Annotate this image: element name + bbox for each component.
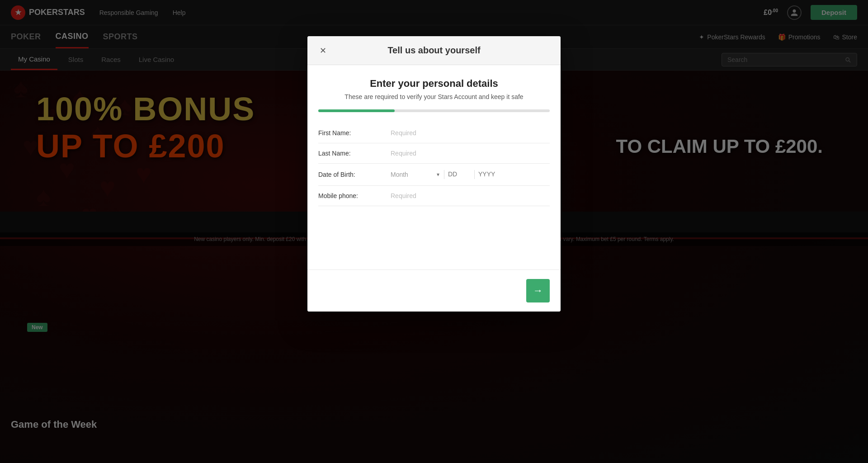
dob-month-select[interactable]: Month January February March April May J… [391,171,440,178]
modal-subtitle: Enter your personal details [318,78,550,90]
form-row-first-name: First Name: [318,123,550,143]
dob-year-input[interactable] [478,170,550,178]
modal-body: Enter your personal details These are re… [307,65,561,269]
form-row-mobile: Mobile phone: [318,186,550,206]
personal-details-modal: ✕ Tell us about yourself Enter your pers… [307,36,561,312]
mobile-phone-input[interactable] [391,192,550,199]
modal-footer: → [307,269,561,312]
dob-day-input[interactable] [448,170,471,178]
modal-spacer [318,206,550,269]
dob-year-container [478,170,550,179]
first-name-label: First Name: [318,129,391,137]
modal-close-button[interactable]: ✕ [316,44,329,57]
last-name-input[interactable] [391,150,550,157]
close-icon: ✕ [320,46,326,56]
arrow-right-icon: → [533,285,543,297]
dob-day-container [448,170,471,179]
dob-month-container: Month January February March April May J… [391,170,440,179]
progress-bar-container [318,109,550,112]
progress-bar-fill [318,109,395,112]
dob-label: Date of Birth: [318,171,391,178]
mobile-label: Mobile phone: [318,192,391,199]
modal-title: Tell us about yourself [387,45,480,56]
next-button[interactable]: → [526,279,550,302]
first-name-input[interactable] [391,129,550,137]
form-row-dob: Date of Birth: Month January February Ma… [318,164,550,186]
dob-group: Month January February March April May J… [391,170,550,179]
form-row-last-name: Last Name: [318,143,550,164]
last-name-label: Last Name: [318,150,391,157]
dob-divider2 [474,170,475,179]
dob-divider [444,170,444,179]
modal-description: These are required to verify your Stars … [318,93,550,100]
modal-overlay: ✕ Tell us about yourself Enter your pers… [0,0,868,463]
modal-header: ✕ Tell us about yourself [307,36,561,65]
